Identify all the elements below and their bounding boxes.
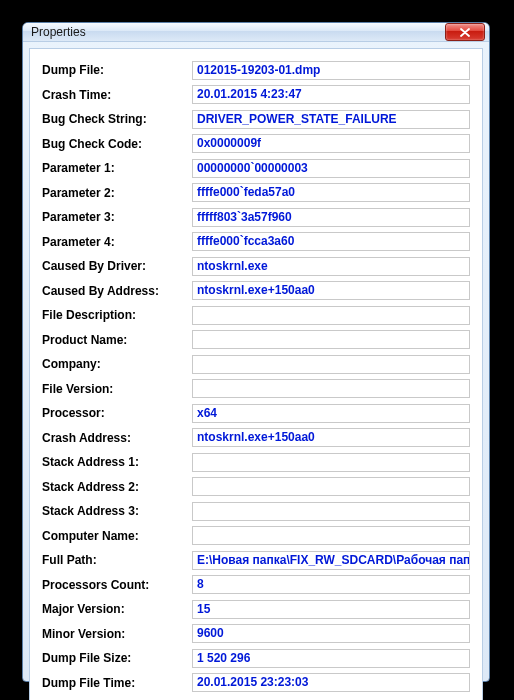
property-label: Computer Name: — [42, 529, 192, 543]
property-label: Processors Count: — [42, 578, 192, 592]
property-row: Dump File Time:20.01.2015 23:23:03 — [42, 672, 470, 694]
property-row: Bug Check Code:0x0000009f — [42, 133, 470, 155]
property-label: Company: — [42, 357, 192, 371]
property-value[interactable]: 20.01.2015 23:23:03 — [192, 673, 470, 692]
properties-window: Properties Dump File:012015-19203-01.dmp… — [22, 22, 490, 682]
property-row: Bug Check String:DRIVER_POWER_STATE_FAIL… — [42, 108, 470, 130]
property-label: Caused By Driver: — [42, 259, 192, 273]
property-value[interactable] — [192, 379, 470, 398]
property-label: Parameter 3: — [42, 210, 192, 224]
property-value[interactable]: 0x0000009f — [192, 134, 470, 153]
property-value[interactable]: 012015-19203-01.dmp — [192, 61, 470, 80]
property-label: Parameter 2: — [42, 186, 192, 200]
property-label: Minor Version: — [42, 627, 192, 641]
property-label: Dump File Size: — [42, 651, 192, 665]
property-label: Dump File Time: — [42, 676, 192, 690]
property-row: File Version: — [42, 378, 470, 400]
property-value[interactable]: 15 — [192, 600, 470, 619]
property-row: Parameter 1:00000000`00000003 — [42, 157, 470, 179]
property-value[interactable]: 9600 — [192, 624, 470, 643]
property-value[interactable] — [192, 526, 470, 545]
property-value[interactable]: 1 520 296 — [192, 649, 470, 668]
property-row: Caused By Driver:ntoskrnl.exe — [42, 255, 470, 277]
window-title: Properties — [31, 25, 445, 39]
property-row: Crash Address:ntoskrnl.exe+150aa0 — [42, 427, 470, 449]
property-value[interactable] — [192, 355, 470, 374]
property-label: File Version: — [42, 382, 192, 396]
property-label: File Description: — [42, 308, 192, 322]
property-value[interactable]: ffffe000`feda57a0 — [192, 183, 470, 202]
property-row: Parameter 3:fffff803`3a57f960 — [42, 206, 470, 228]
property-value[interactable]: E:\Новая папка\FIX_RW_SDCARD\Рабочая пап… — [192, 551, 470, 570]
client-area: Dump File:012015-19203-01.dmpCrash Time:… — [29, 48, 483, 700]
property-row: Caused By Address:ntoskrnl.exe+150aa0 — [42, 280, 470, 302]
property-row: Dump File:012015-19203-01.dmp — [42, 59, 470, 81]
property-row: Stack Address 1: — [42, 451, 470, 473]
property-label: Bug Check String: — [42, 112, 192, 126]
fields-list: Dump File:012015-19203-01.dmpCrash Time:… — [42, 59, 470, 694]
property-label: Product Name: — [42, 333, 192, 347]
property-value[interactable] — [192, 330, 470, 349]
property-value[interactable]: DRIVER_POWER_STATE_FAILURE — [192, 110, 470, 129]
property-row: Full Path:E:\Новая папка\FIX_RW_SDCARD\Р… — [42, 549, 470, 571]
property-row: Processors Count:8 — [42, 574, 470, 596]
close-icon — [460, 28, 470, 37]
property-value[interactable]: ntoskrnl.exe+150aa0 — [192, 281, 470, 300]
titlebar[interactable]: Properties — [23, 23, 489, 42]
property-value[interactable]: 20.01.2015 4:23:47 — [192, 85, 470, 104]
property-value[interactable] — [192, 477, 470, 496]
property-row: Company: — [42, 353, 470, 375]
property-label: Processor: — [42, 406, 192, 420]
property-value[interactable] — [192, 502, 470, 521]
button-bar: OK — [42, 694, 470, 701]
property-value[interactable] — [192, 306, 470, 325]
property-row: File Description: — [42, 304, 470, 326]
property-row: Parameter 2:ffffe000`feda57a0 — [42, 182, 470, 204]
property-row: Minor Version:9600 — [42, 623, 470, 645]
property-row: Computer Name: — [42, 525, 470, 547]
property-value[interactable]: ntoskrnl.exe — [192, 257, 470, 276]
property-value[interactable]: 00000000`00000003 — [192, 159, 470, 178]
property-value[interactable]: ntoskrnl.exe+150aa0 — [192, 428, 470, 447]
property-label: Parameter 1: — [42, 161, 192, 175]
property-value[interactable] — [192, 453, 470, 472]
property-label: Parameter 4: — [42, 235, 192, 249]
property-value[interactable]: ffffe000`fcca3a60 — [192, 232, 470, 251]
property-row: Processor:x64 — [42, 402, 470, 424]
property-value[interactable]: 8 — [192, 575, 470, 594]
property-label: Full Path: — [42, 553, 192, 567]
property-label: Major Version: — [42, 602, 192, 616]
property-row: Crash Time:20.01.2015 4:23:47 — [42, 84, 470, 106]
property-label: Crash Address: — [42, 431, 192, 445]
property-label: Bug Check Code: — [42, 137, 192, 151]
property-label: Caused By Address: — [42, 284, 192, 298]
property-row: Stack Address 3: — [42, 500, 470, 522]
property-label: Stack Address 3: — [42, 504, 192, 518]
property-value[interactable]: fffff803`3a57f960 — [192, 208, 470, 227]
property-label: Stack Address 1: — [42, 455, 192, 469]
close-button[interactable] — [445, 23, 485, 41]
property-value[interactable]: x64 — [192, 404, 470, 423]
property-row: Parameter 4:ffffe000`fcca3a60 — [42, 231, 470, 253]
property-row: Major Version:15 — [42, 598, 470, 620]
property-label: Dump File: — [42, 63, 192, 77]
property-label: Stack Address 2: — [42, 480, 192, 494]
property-label: Crash Time: — [42, 88, 192, 102]
property-row: Stack Address 2: — [42, 476, 470, 498]
property-row: Product Name: — [42, 329, 470, 351]
property-row: Dump File Size:1 520 296 — [42, 647, 470, 669]
